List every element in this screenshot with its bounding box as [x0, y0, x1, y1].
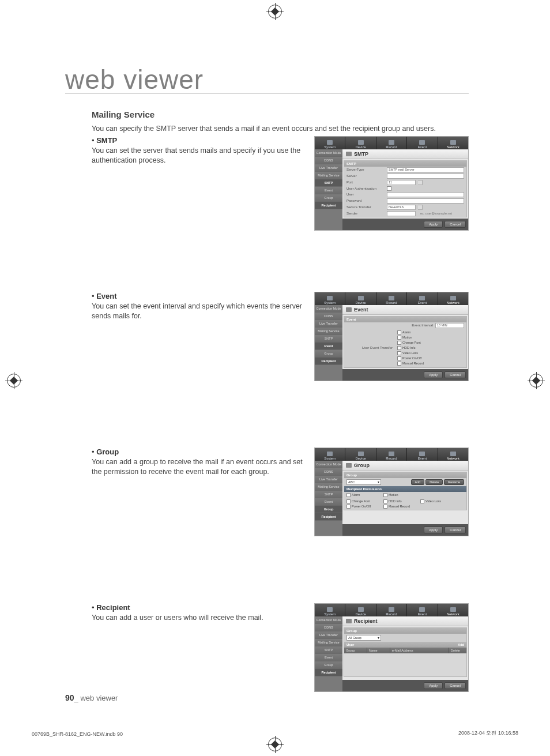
page-content: web viewer Mailing Service You can speci…	[65, 66, 469, 701]
tab-record: Record	[376, 137, 407, 149]
side-recipient: Recipient	[315, 202, 342, 209]
side-event: Event	[315, 187, 342, 194]
footer-file: 00769B_SHR-8162_ENG-NEW.indb 90	[32, 731, 123, 737]
side-connection: Connection Mode	[315, 149, 342, 157]
page-number: 90_ web viewer	[65, 693, 118, 702]
recipient-screenshot: System Device Record Event Network Conne…	[314, 603, 469, 692]
tab-network: Network	[438, 137, 468, 149]
footer-timestamp: 2008-12-04 오전 10:16:58	[458, 729, 518, 737]
spinner-icon	[418, 180, 423, 185]
panel-icon	[346, 152, 352, 156]
checkbox-icon	[387, 186, 391, 191]
side-mailing: Mailing Service	[315, 172, 342, 179]
side-group: Group	[315, 194, 342, 202]
group-body: You can add a group to receive the mail …	[92, 457, 306, 477]
tab-device: Device	[345, 137, 376, 149]
tab-event: Event	[407, 137, 438, 149]
registration-mark	[268, 738, 282, 751]
smtp-screenshot: System Device Record Event Network Conne…	[314, 136, 469, 231]
side-ddns: DDNS	[315, 157, 342, 164]
event-screenshot: System Device Record Event Network Conne…	[314, 292, 469, 381]
smtp-body: You can set the server that sends mails …	[92, 146, 306, 166]
section-heading: Mailing Service	[92, 110, 469, 119]
page-title: web viewer	[65, 66, 469, 93]
section-intro: You can specify the SMTP server that sen…	[92, 124, 469, 134]
group-heading: • Group	[92, 447, 306, 456]
registration-mark	[7, 374, 21, 388]
cancel-button: Cancel	[444, 221, 466, 228]
event-heading: • Event	[92, 292, 306, 300]
group-screenshot: System Device Record Event Network Conne…	[314, 447, 469, 536]
registration-mark	[529, 374, 543, 388]
side-live: Live Transfer	[315, 164, 342, 172]
registration-mark	[268, 5, 282, 18]
apply-button: Apply	[424, 221, 443, 228]
dropdown-icon	[418, 205, 423, 210]
tab-system: System	[315, 137, 345, 149]
smtp-heading: • SMTP	[92, 136, 306, 145]
side-sntp: SNTP	[315, 179, 342, 187]
event-body: You can set the event interval and speci…	[92, 302, 306, 321]
recipient-body: You can add a user or users who will rec…	[92, 613, 306, 623]
recipient-heading: • Recipient	[92, 603, 306, 612]
